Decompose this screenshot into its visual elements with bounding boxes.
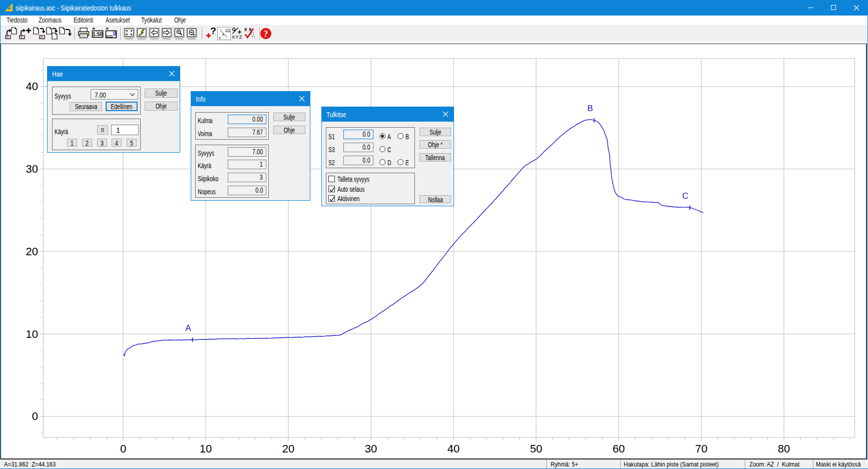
- svg-text:70: 70: [695, 442, 707, 455]
- svg-text:x: x: [219, 36, 221, 40]
- svg-text:80: 80: [778, 442, 790, 455]
- svg-text:?: ?: [264, 29, 268, 39]
- svg-text:A: A: [185, 323, 191, 333]
- svg-text:1:50: 1:50: [93, 32, 103, 37]
- svg-text:0: 0: [32, 410, 38, 422]
- svg-text:30: 30: [365, 442, 377, 455]
- svg-text:60: 60: [613, 442, 625, 455]
- svg-text:20: 20: [26, 245, 38, 258]
- svg-text:10: 10: [200, 442, 212, 455]
- svg-text:?: ?: [210, 27, 216, 36]
- svg-text:XYZ: XYZ: [232, 34, 242, 40]
- svg-text:10: 10: [26, 328, 38, 340]
- svg-text:30: 30: [26, 163, 38, 175]
- svg-text:21: 21: [225, 28, 230, 33]
- svg-text:40: 40: [448, 442, 460, 455]
- svg-text:20: 20: [282, 442, 294, 455]
- svg-text:x: x: [222, 32, 224, 37]
- svg-text:40: 40: [26, 80, 38, 93]
- svg-text:B: B: [587, 104, 593, 113]
- svg-text:x: x: [244, 27, 247, 32]
- svg-text:C: C: [682, 191, 688, 201]
- svg-text:50: 50: [530, 442, 542, 455]
- svg-text:0: 0: [120, 442, 126, 455]
